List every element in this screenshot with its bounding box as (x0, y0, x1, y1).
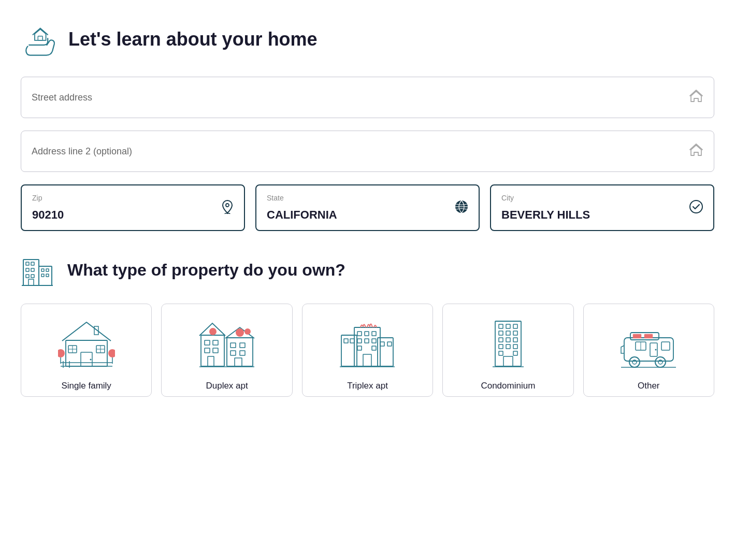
svg-rect-17 (46, 269, 49, 271)
svg-rect-45 (205, 340, 210, 345)
card-single-family[interactable]: Single family (21, 304, 152, 397)
svg-point-7 (690, 200, 702, 213)
card-duplex-apt[interactable]: Duplex apt (161, 304, 292, 397)
page-title: Let's learn about your home (68, 28, 318, 50)
svg-rect-81 (506, 338, 510, 342)
address-line2-field[interactable]: Address line 2 (optional) (21, 131, 714, 172)
other-label: Other (638, 381, 660, 391)
zip-label: Zip (32, 194, 234, 202)
svg-rect-77 (499, 331, 503, 335)
svg-rect-75 (506, 324, 510, 328)
svg-rect-78 (506, 331, 510, 335)
city-value: BEVERLY HILLS (501, 208, 703, 222)
svg-rect-85 (513, 344, 517, 349)
pin-icon (220, 199, 235, 216)
svg-rect-87 (513, 351, 517, 355)
svg-point-38 (108, 349, 115, 357)
svg-rect-65 (357, 346, 362, 350)
svg-rect-92 (633, 334, 641, 338)
svg-rect-53 (208, 356, 214, 366)
svg-point-42 (209, 328, 217, 335)
svg-rect-61 (372, 332, 376, 336)
card-triplex-apt[interactable]: Triplex apt (302, 304, 433, 397)
svg-rect-0 (38, 36, 42, 40)
svg-rect-15 (31, 275, 34, 278)
duplex-apt-image (198, 314, 255, 371)
svg-point-44 (244, 328, 251, 335)
city-label: City (501, 194, 703, 202)
single-family-image (58, 314, 115, 371)
svg-rect-62 (357, 339, 362, 343)
svg-rect-51 (230, 351, 236, 355)
check-pin-icon (688, 199, 704, 217)
svg-rect-54 (235, 358, 242, 366)
svg-rect-80 (499, 338, 503, 342)
svg-rect-68 (350, 339, 354, 343)
location-fields-row: Zip 90210 State CALIFORNIA (21, 184, 714, 231)
home-hand-icon (21, 21, 58, 58)
svg-rect-20 (28, 279, 34, 285)
street-address-group: Street address (21, 77, 714, 118)
svg-rect-66 (372, 346, 376, 350)
svg-point-99 (629, 357, 640, 367)
card-condominium[interactable]: Condominium (442, 304, 573, 397)
svg-rect-47 (205, 348, 210, 353)
svg-rect-82 (513, 338, 517, 342)
svg-rect-16 (41, 269, 44, 271)
svg-point-36 (58, 349, 65, 357)
condominium-label: Condominium (481, 381, 535, 391)
svg-rect-12 (26, 268, 29, 271)
page-header: Let's learn about your home (21, 21, 714, 58)
svg-rect-64 (372, 339, 376, 343)
house-icon-2 (689, 143, 703, 160)
svg-rect-52 (240, 351, 245, 355)
svg-rect-86 (499, 351, 503, 355)
state-label: State (267, 194, 468, 202)
city-field[interactable]: City BEVERLY HILLS (490, 184, 714, 231)
svg-rect-18 (41, 274, 44, 277)
svg-rect-50 (240, 343, 245, 348)
svg-rect-60 (365, 332, 369, 336)
svg-point-2 (226, 204, 229, 207)
svg-rect-84 (506, 344, 510, 349)
triplex-apt-image (339, 314, 396, 371)
svg-point-25 (90, 359, 91, 361)
svg-rect-69 (380, 342, 384, 346)
other-image (620, 314, 677, 371)
zip-value: 90210 (32, 208, 234, 222)
single-family-label: Single family (62, 381, 111, 391)
svg-point-97 (655, 349, 657, 351)
address-line2-group: Address line 2 (optional) (21, 131, 714, 172)
svg-rect-67 (344, 339, 348, 343)
condominium-image (480, 314, 537, 371)
building-icon (21, 252, 57, 288)
zip-field[interactable]: Zip 90210 (21, 184, 245, 231)
property-type-cards: Single family (21, 304, 714, 397)
house-icon-1 (689, 89, 703, 106)
triplex-apt-label: Triplex apt (347, 381, 388, 391)
svg-rect-98 (661, 342, 670, 350)
svg-rect-76 (513, 324, 517, 328)
svg-rect-88 (503, 356, 513, 366)
svg-point-101 (655, 357, 666, 367)
svg-rect-63 (365, 339, 369, 343)
svg-rect-13 (31, 268, 34, 271)
state-value: CALIFORNIA (267, 208, 468, 222)
svg-rect-9 (39, 266, 52, 285)
card-other[interactable]: Other (583, 304, 714, 397)
svg-point-43 (236, 328, 244, 337)
svg-rect-48 (213, 348, 218, 353)
street-address-field[interactable]: Street address (21, 77, 714, 118)
svg-rect-11 (31, 262, 34, 265)
svg-point-1 (42, 38, 43, 39)
duplex-apt-label: Duplex apt (206, 381, 248, 391)
svg-rect-93 (644, 334, 653, 338)
address-line2-label: Address line 2 (optional) (32, 146, 132, 157)
state-field[interactable]: State CALIFORNIA (255, 184, 480, 231)
svg-rect-71 (363, 354, 371, 366)
svg-rect-10 (26, 262, 29, 265)
svg-rect-46 (213, 340, 218, 345)
svg-rect-14 (26, 275, 29, 278)
globe-icon (454, 199, 469, 217)
svg-rect-70 (387, 342, 392, 346)
